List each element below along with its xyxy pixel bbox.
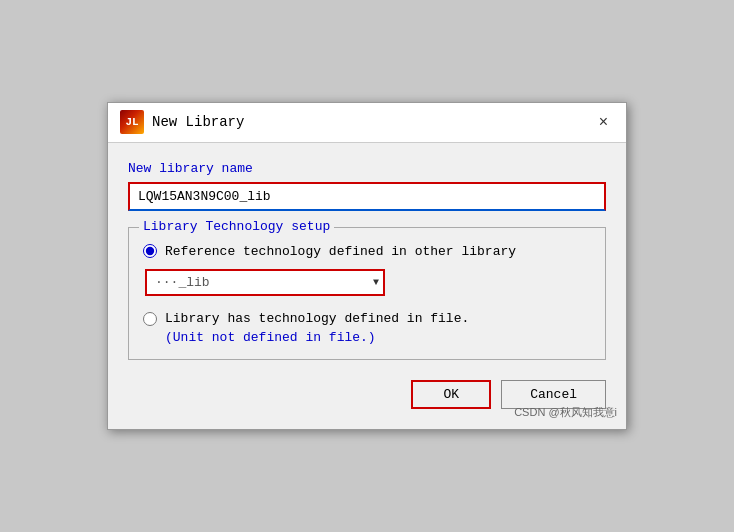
radio-reference-tech[interactable] xyxy=(143,244,157,258)
radio2-note: (Unit not defined in file.) xyxy=(165,330,591,345)
library-dropdown[interactable]: ···_lib xyxy=(145,269,385,296)
title-left: JL New Library xyxy=(120,110,244,134)
radio1-label: Reference technology defined in other li… xyxy=(165,244,516,259)
group-box-label: Library Technology setup xyxy=(139,219,334,234)
app-icon-text: JL xyxy=(125,116,138,128)
library-name-label: New library name xyxy=(128,161,606,176)
dialog-body: New library name Library Technology setu… xyxy=(108,143,626,429)
radio2-label: Library has technology defined in file. xyxy=(165,311,469,326)
title-bar: JL New Library × xyxy=(108,103,626,143)
dropdown-row: ···_lib ▼ xyxy=(145,269,591,296)
app-icon: JL xyxy=(120,110,144,134)
radio1-row: Reference technology defined in other li… xyxy=(143,244,591,259)
radio2-row: Library has technology defined in file. xyxy=(143,310,591,328)
radio2-text-group: Library has technology defined in file. xyxy=(165,310,469,328)
technology-group-box: Library Technology setup Reference techn… xyxy=(128,227,606,360)
radio-file-tech[interactable] xyxy=(143,312,157,326)
library-dropdown-wrapper: ···_lib ▼ xyxy=(145,269,385,296)
dialog-container: JL New Library × New library name Librar… xyxy=(107,102,627,430)
ok-button[interactable]: OK xyxy=(411,380,491,409)
new-library-dialog: JL New Library × New library name Librar… xyxy=(107,102,627,430)
close-button[interactable]: × xyxy=(593,112,614,132)
dialog-title: New Library xyxy=(152,114,244,130)
library-name-input[interactable] xyxy=(128,182,606,211)
watermark: CSDN @秋风知我意i xyxy=(514,405,617,420)
